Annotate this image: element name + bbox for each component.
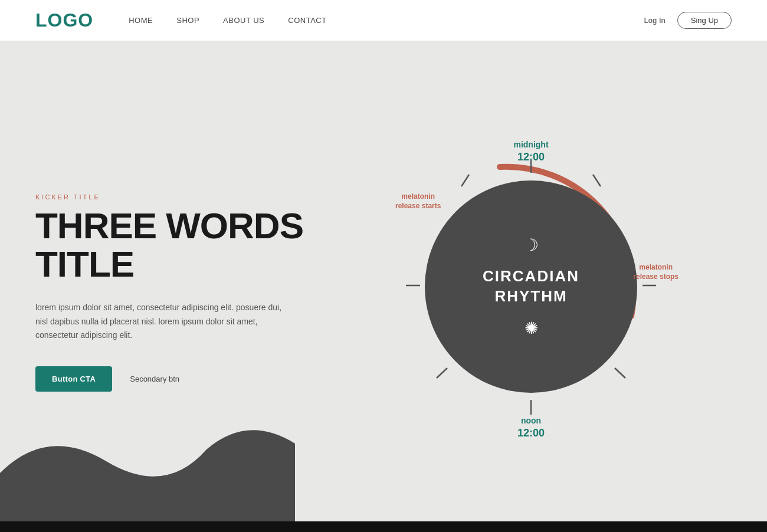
hero-buttons: Button CTA Secondary btn <box>35 366 330 392</box>
secondary-button[interactable]: Secondary btn <box>130 375 179 383</box>
clock-title: CIRCADIAN RHYTHM <box>483 267 579 307</box>
kicker-text: KICKER TITLE <box>35 193 330 201</box>
clock-container: ☽ CIRCADIAN RHYTHM ✺ midnight 12:00 noon… <box>378 121 684 452</box>
nav-home[interactable]: HOME <box>129 16 153 25</box>
login-button[interactable]: Log In <box>644 16 666 25</box>
label-noon: noon 12:00 <box>517 415 545 440</box>
hero-left: KICKER TITLE THREE WORDS TITLE lorem ips… <box>35 182 330 392</box>
label-midnight: midnight 12:00 <box>513 139 548 164</box>
bottom-bar <box>0 521 767 532</box>
main-title: THREE WORDS TITLE <box>35 206 330 283</box>
hero-description: lorem ipsum dolor sit amet, consectetur … <box>35 301 283 343</box>
nav-links: HOME SHOP ABOUT US CONTACT <box>129 16 644 25</box>
clock-section: ☽ CIRCADIAN RHYTHM ✺ midnight 12:00 noon… <box>330 41 732 532</box>
title-line1: THREE WORDS <box>35 205 303 246</box>
sun-icon: ✺ <box>525 318 538 338</box>
logo: LOGO <box>35 9 93 31</box>
svg-line-3 <box>615 368 625 378</box>
signup-button[interactable]: Sing Up <box>677 12 732 29</box>
svg-line-7 <box>461 175 469 186</box>
main-content: KICKER TITLE THREE WORDS TITLE lorem ips… <box>0 41 767 532</box>
svg-line-5 <box>437 368 447 378</box>
label-melatonin-start: melatoninrelease starts <box>395 192 441 211</box>
nav-about[interactable]: ABOUT US <box>223 16 264 25</box>
svg-line-1 <box>593 175 601 186</box>
nav-actions: Log In Sing Up <box>644 12 732 29</box>
clock-circle: ☽ CIRCADIAN RHYTHM ✺ <box>425 180 637 393</box>
navbar: LOGO HOME SHOP ABOUT US CONTACT Log In S… <box>0 0 767 41</box>
cta-button[interactable]: Button CTA <box>35 366 112 392</box>
label-melatonin-stop: melatoninrelease stops <box>633 263 678 281</box>
moon-icon: ☽ <box>524 235 539 255</box>
nav-contact[interactable]: CONTACT <box>288 16 326 25</box>
nav-shop[interactable]: SHOP <box>176 16 199 25</box>
title-line2: TITLE <box>35 244 134 284</box>
blob-decoration <box>0 414 295 532</box>
